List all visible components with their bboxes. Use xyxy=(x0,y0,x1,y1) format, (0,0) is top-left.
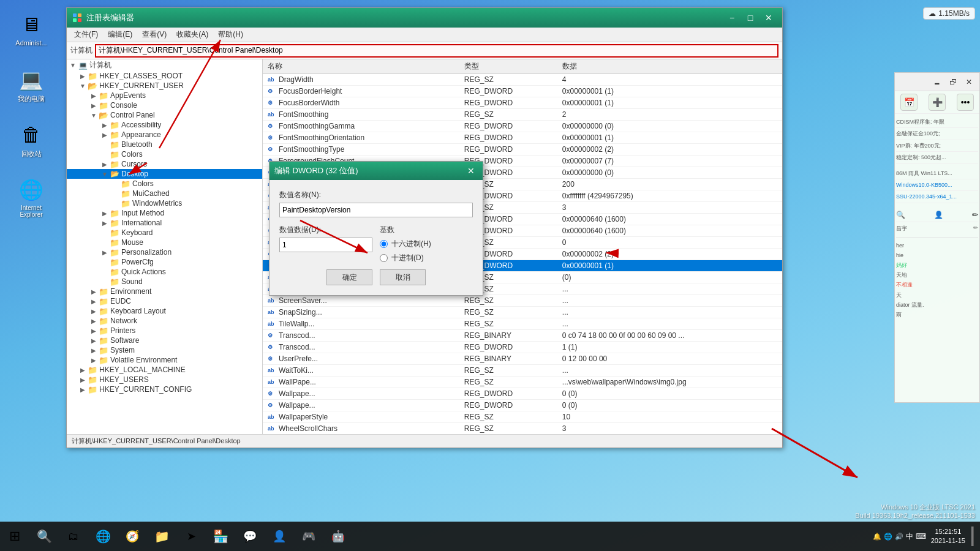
taskbar-start[interactable]: ⊞ xyxy=(1,523,28,550)
rp-chat-5: 不相逢 xyxy=(896,280,978,290)
desktop-icon-ie[interactable]: 🌐 Internet Explorer xyxy=(10,178,53,218)
radio-dec[interactable]: 十进制(D) xyxy=(380,253,473,263)
rp-chat-1: her xyxy=(896,241,978,250)
rp-item-1: 金融保证金100元; xyxy=(896,128,978,140)
rp-item-0: CDISM程序集: 年限 xyxy=(896,116,978,128)
watermark-line1: Windows 10 企业版 LTSC 2021 xyxy=(855,503,975,512)
dialog-close-button[interactable]: ✕ xyxy=(464,165,478,177)
rp-chat-2: hie xyxy=(896,250,978,260)
desktop-icon-recycle[interactable]: 🗑 回收站 xyxy=(10,122,53,159)
taskbar-clock[interactable]: 15:21:51 2021-11-15 xyxy=(931,527,965,546)
dialog-cancel-button[interactable]: 取消 xyxy=(380,269,426,285)
taskbar-store[interactable]: 🏪 xyxy=(207,523,234,550)
taskbar-wechat[interactable]: 💬 xyxy=(236,523,263,550)
radio-dec-input[interactable] xyxy=(380,254,388,262)
radio-hex-label: 十六进制(H) xyxy=(391,239,431,249)
mypc-icon: 💻 xyxy=(19,67,43,92)
svg-line-8 xyxy=(772,429,858,478)
taskbar-bot[interactable]: 🤖 xyxy=(325,523,352,550)
radio-hex[interactable]: 十六进制(H) xyxy=(380,239,473,249)
rp-minimize-btn[interactable]: 🗕 xyxy=(930,76,944,88)
network-speed: 1.15MB/s xyxy=(938,9,970,18)
taskbar-arrow[interactable]: ➤ xyxy=(178,523,205,550)
win-watermark: Windows 10 企业版 LTSC 2021 Build 19363.19h… xyxy=(855,503,975,519)
rp-item-2: VIP群: 年费200元; xyxy=(896,140,978,152)
tray-ime[interactable]: 中 xyxy=(906,531,913,542)
dialog-overlay: 编辑 DWORD (32 位值) ✕ 数值名称(N): 数值数据(D): 基数 xyxy=(67,8,782,448)
bot-icon: 🤖 xyxy=(331,530,345,543)
desktop: 🖥 Administ... 💻 我的电脑 🗑 回收站 🌐 Internet Ex… xyxy=(0,0,980,551)
show-desktop-icon xyxy=(971,527,974,546)
tray-sound[interactable]: 🔊 xyxy=(895,533,903,541)
store-icon: 🏪 xyxy=(213,529,228,544)
rp-chat-6: 天 xyxy=(896,290,978,300)
radio-hex-input[interactable] xyxy=(380,240,388,248)
dialog-window: 编辑 DWORD (32 位值) ✕ 数值名称(N): 数值数据(D): 基数 xyxy=(269,161,483,296)
dialog-body: 数值名称(N): 数值数据(D): 基数 十六进制(H) xyxy=(270,180,483,295)
tray-network[interactable]: 🌐 xyxy=(884,533,892,541)
taskbar-game[interactable]: 🎮 xyxy=(295,523,322,550)
rp-edit-icon[interactable]: ✏ xyxy=(972,211,978,219)
rp-chat-3: 妈好 xyxy=(896,260,978,270)
network-indicator: ☁ 1.15MB/s xyxy=(923,7,975,20)
user-icon: 👤 xyxy=(273,530,286,543)
rp-username-row: 昌宇 ✏ xyxy=(896,225,978,233)
explorer-icon: 📁 xyxy=(154,529,170,544)
rp-icon-row: 📅 ➕ ••• xyxy=(895,91,979,114)
regedit-window: 注册表编辑器 − □ ✕ 文件(F) 编辑(E) 查看(V) 收藏夹(A) 帮助… xyxy=(66,7,783,448)
ie-icon: 🌐 xyxy=(19,178,43,202)
rp-item-6: SSU-22000.345-x64_1... xyxy=(896,191,978,203)
divider2 xyxy=(896,203,978,208)
dialog-name-input[interactable] xyxy=(279,203,473,217)
dialog-data-label: 数值数据(D): xyxy=(279,225,372,235)
recycle-icon: 🗑 xyxy=(19,122,43,147)
taskbar: ⊞ 🔍 🗂 🌐 🧭 📁 ➤ 🏪 💬 👤 🎮 xyxy=(0,522,980,551)
right-panel: 🗕 🗗 ✕ 📅 ➕ ••• CDISM程序集: 年限 金融保证金100元; VI… xyxy=(894,72,980,403)
taskbar-search[interactable]: 🔍 xyxy=(31,523,58,550)
admin-icon: 🖥 xyxy=(19,12,43,37)
rp-user-icon[interactable]: 👤 xyxy=(934,211,943,219)
rp-search-icon[interactable]: 🔍 xyxy=(896,211,905,219)
rp-item-4: 86M 雨具 Win11 LTS... xyxy=(896,168,978,179)
dialog-buttons: 确定 取消 xyxy=(279,267,473,285)
start-icon: ⊞ xyxy=(9,528,20,544)
taskbar-user[interactable]: 👤 xyxy=(266,523,293,550)
desktop-icon-admin[interactable]: 🖥 Administ... xyxy=(10,12,53,47)
desktop-icon-mypc[interactable]: 💻 我的电脑 xyxy=(10,67,53,103)
show-desktop-button[interactable] xyxy=(965,522,980,551)
rp-add-icon[interactable]: ➕ xyxy=(929,94,946,111)
clock-date: 2021-11-15 xyxy=(931,536,965,545)
wechat-icon: 💬 xyxy=(243,530,257,543)
nav-icon: 🧭 xyxy=(126,530,139,543)
taskbar-explorer[interactable]: 📁 xyxy=(148,523,175,550)
tray-bell[interactable]: 🔔 xyxy=(873,533,881,541)
rp-chat-7: diator 流量. xyxy=(896,300,978,310)
rp-calendar-icon[interactable]: 📅 xyxy=(900,94,918,111)
rp-close-btn[interactable]: ✕ xyxy=(962,76,976,88)
system-tray: 🔔 🌐 🔊 中 ⌨ xyxy=(868,531,931,542)
taskview-icon: 🗂 xyxy=(68,530,79,543)
dialog-titlebar: 编辑 DWORD (32 位值) ✕ xyxy=(270,162,483,180)
rp-chat-8: 雨 xyxy=(896,310,978,320)
dialog-value-group: 数值数据(D): xyxy=(279,225,372,267)
taskbar-edge[interactable]: 🌐 xyxy=(89,523,116,550)
dialog-base-label: 基数 xyxy=(380,225,473,235)
rp-user-section: 昌宇 ✏ xyxy=(896,222,978,235)
rp-maximize-btn[interactable]: 🗗 xyxy=(946,76,960,88)
rp-chat-4: 天地 xyxy=(896,270,978,280)
dialog-title: 编辑 DWORD (32 位值) xyxy=(274,165,464,176)
rp-more-icon[interactable]: ••• xyxy=(957,94,974,111)
clock-time: 15:21:51 xyxy=(931,527,965,536)
radio-dec-label: 十进制(D) xyxy=(391,253,424,263)
dialog-data-input[interactable] xyxy=(279,238,372,252)
taskbar-taskview[interactable]: 🗂 xyxy=(60,523,87,550)
dialog-name-label: 数值名称(N): xyxy=(279,190,473,200)
cloud-icon: ☁ xyxy=(929,9,936,18)
edge-icon: 🌐 xyxy=(96,529,111,544)
arrow-icon: ➤ xyxy=(187,530,196,543)
tray-input[interactable]: ⌨ xyxy=(916,532,926,541)
dialog-ok-button[interactable]: 确定 xyxy=(326,269,372,285)
rp-username: 昌宇 xyxy=(896,225,907,233)
taskbar-nav[interactable]: 🧭 xyxy=(119,523,146,550)
rp-edit-btn[interactable]: ✏ xyxy=(973,225,978,233)
